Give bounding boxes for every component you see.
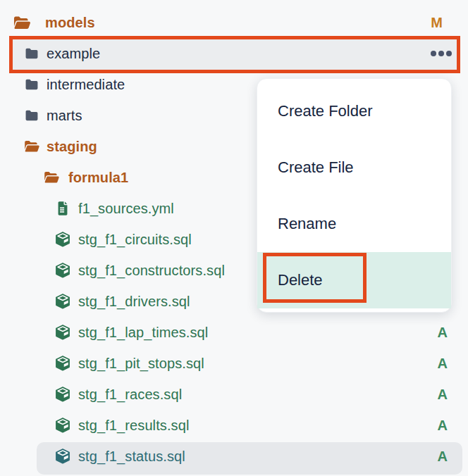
model-cube-icon	[54, 262, 71, 279]
tree-item-label: example	[47, 46, 100, 61]
tree-item-stg-f1-pit-stops[interactable]: stg_f1_pit_stops.sql A	[0, 348, 468, 379]
added-badge: A	[437, 325, 448, 339]
tree-item-label: stg_f1_constructors.sql	[78, 263, 225, 277]
menu-item-create-file[interactable]: Create File	[257, 139, 451, 196]
model-cube-icon	[54, 355, 71, 372]
tree-item-stg-f1-results[interactable]: stg_f1_results.sql A	[0, 410, 468, 441]
tree-item-stg-f1-lap-times[interactable]: stg_f1_lap_times.sql A	[0, 317, 468, 348]
model-cube-icon	[54, 417, 71, 434]
folder-icon	[23, 77, 40, 92]
folder-open-icon	[43, 169, 60, 186]
context-menu: Create Folder Create File Rename Delete	[257, 78, 452, 313]
model-cube-icon	[54, 386, 71, 403]
tree-item-label: stg_f1_drivers.sql	[78, 294, 190, 308]
menu-item-delete[interactable]: Delete	[257, 252, 451, 308]
tree-item-example[interactable]: example	[0, 38, 468, 69]
menu-item-rename[interactable]: Rename	[257, 196, 451, 252]
tree-item-stg-f1-status[interactable]: stg_f1_status.sql A	[0, 441, 468, 472]
tree-item-label: intermediate	[47, 77, 125, 92]
added-badge: A	[437, 387, 448, 401]
tree-item-label: marts	[47, 108, 82, 123]
added-badge: A	[437, 449, 448, 463]
model-cube-icon	[54, 231, 71, 248]
tree-item-models[interactable]: models M	[0, 7, 468, 38]
tree-item-label: stg_f1_races.sql	[78, 387, 182, 401]
tree-item-label: stg_f1_status.sql	[78, 449, 185, 463]
folder-icon	[23, 108, 40, 123]
file-icon	[54, 200, 71, 217]
tree-item-stg-f1-races[interactable]: stg_f1_races.sql A	[0, 379, 468, 410]
folder-open-icon	[11, 13, 32, 32]
tree-item-label: staging	[47, 139, 97, 154]
model-cube-icon	[54, 324, 71, 341]
added-badge: A	[437, 356, 448, 370]
modified-badge: M	[431, 15, 443, 30]
tree-item-label: stg_f1_lap_times.sql	[78, 325, 208, 339]
tree-item-label: models	[45, 15, 95, 30]
more-actions-button[interactable]	[431, 48, 452, 59]
model-cube-icon	[54, 448, 71, 465]
folder-open-icon	[23, 138, 40, 155]
tree-item-label: stg_f1_circuits.sql	[78, 232, 192, 246]
folder-icon	[23, 46, 40, 61]
tree-item-label: stg_f1_pit_stops.sql	[78, 356, 204, 370]
ellipsis-icon	[431, 51, 436, 56]
tree-item-label: stg_f1_results.sql	[78, 418, 189, 432]
tree-item-label: f1_sources.yml	[78, 201, 174, 215]
model-cube-icon	[54, 293, 71, 310]
added-badge: A	[437, 418, 448, 432]
menu-item-create-folder[interactable]: Create Folder	[257, 83, 451, 139]
tree-item-label: formula1	[68, 170, 128, 184]
